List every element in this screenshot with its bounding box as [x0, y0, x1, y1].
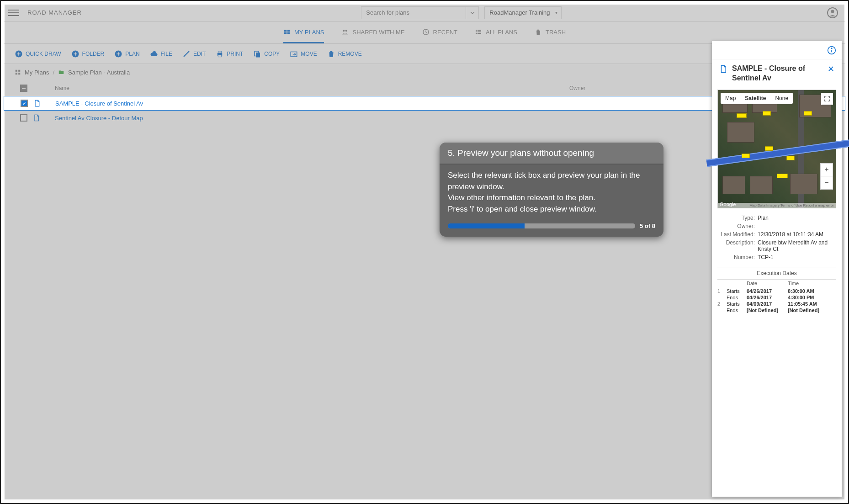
tutorial-callout: 5. Preview your plans without opening Se… — [440, 143, 663, 237]
all-plans-icon — [475, 28, 482, 36]
folder-button[interactable]: FOLDER — [71, 50, 105, 58]
my-plans-icon — [283, 28, 291, 36]
svg-rect-9 — [476, 30, 477, 31]
meta-label: Description: — [718, 239, 758, 252]
btn-label: QUICK DRAW — [26, 51, 61, 57]
map-type-toggle[interactable]: Map Satellite None — [721, 93, 793, 104]
map-preview[interactable]: Map Satellite None + − Google Map Data I… — [717, 90, 836, 208]
btn-label: EDIT — [193, 51, 206, 57]
execution-dates-header: Execution Dates — [717, 267, 836, 280]
shared-icon — [341, 28, 349, 36]
callout-line: Press 'i' to open and close preview wind… — [448, 204, 655, 215]
svg-point-31 — [831, 48, 832, 49]
tab-label: SHARED WITH ME — [352, 29, 404, 36]
preview-panel: SAMPLE - Closure of Sentinel Av ✕ Map Sa… — [712, 41, 842, 497]
search-dropdown-toggle[interactable] — [466, 6, 479, 19]
plan-doc-icon — [719, 65, 727, 73]
plan-button[interactable]: PLAN — [114, 50, 139, 58]
crumb-root[interactable]: My Plans — [25, 69, 49, 76]
btn-label: FILE — [161, 51, 172, 57]
callout-line: View other information relevant to the p… — [448, 192, 655, 204]
meta-label: Number: — [718, 254, 758, 260]
crumb-separator: / — [53, 69, 54, 76]
svg-point-1 — [831, 10, 834, 13]
tab-all-plans[interactable]: ALL PLANS — [475, 22, 517, 43]
tutorial-progress-bar — [448, 223, 635, 228]
btn-label: COPY — [264, 51, 280, 57]
exec-row: Ends04/26/20174:30:00 PM — [712, 294, 842, 301]
tab-my-plans[interactable]: MY PLANS — [283, 22, 324, 43]
meta-value: Closure btw Meredith Av and Kristy Ct — [758, 239, 835, 252]
menu-icon[interactable] — [8, 7, 19, 18]
exec-col-time: Time — [788, 281, 836, 286]
meta-value: Plan — [758, 215, 835, 221]
print-button[interactable]: PRINT — [216, 50, 243, 58]
svg-rect-5 — [287, 32, 290, 34]
svg-rect-10 — [478, 30, 481, 31]
nav-tabs: MY PLANS SHARED WITH ME RECENT ALL PLANS… — [4, 22, 845, 44]
file-button[interactable]: FILE — [150, 50, 172, 58]
org-label: RoadManager Training — [489, 9, 550, 16]
search-input[interactable] — [361, 6, 466, 19]
svg-rect-26 — [16, 73, 17, 74]
org-selector[interactable]: RoadManager Training — [484, 6, 561, 19]
remove-button[interactable]: REMOVE — [327, 50, 362, 58]
map-attribution: Map Data Imagery Terms of Use Report a m… — [718, 203, 836, 208]
plus-circle-icon — [114, 50, 122, 58]
tab-shared[interactable]: SHARED WITH ME — [341, 22, 404, 43]
svg-rect-13 — [476, 33, 477, 34]
plus-circle-icon — [71, 50, 80, 58]
meta-label: Last Modified: — [718, 231, 758, 238]
quick-draw-button[interactable]: QUICK DRAW — [15, 50, 61, 58]
exec-col-date: Date — [747, 281, 788, 286]
svg-rect-3 — [287, 30, 290, 32]
btn-label: REMOVE — [338, 51, 362, 57]
exec-row: 2Starts04/09/201711:05:45 AM — [712, 301, 842, 307]
brand-label: ROAD MANAGER — [27, 9, 82, 16]
col-header-owner[interactable]: Owner — [569, 85, 716, 91]
svg-rect-4 — [284, 32, 287, 34]
svg-point-7 — [345, 30, 347, 32]
map-tab-map[interactable]: Map — [721, 93, 740, 104]
close-icon[interactable]: ✕ — [828, 64, 834, 74]
col-header-name[interactable]: Name — [55, 85, 569, 91]
move-button[interactable]: MOVE — [290, 50, 317, 58]
edit-button[interactable]: EDIT — [182, 50, 206, 58]
select-all-checkbox[interactable] — [20, 85, 27, 92]
tutorial-progress-label: 5 of 8 — [640, 223, 655, 229]
svg-rect-24 — [16, 70, 17, 72]
move-folder-icon — [290, 50, 298, 58]
callout-line: Select the relevant tick box and preview… — [448, 170, 655, 192]
tab-trash[interactable]: TRASH — [535, 22, 566, 43]
fullscreen-icon[interactable] — [821, 93, 833, 105]
account-icon[interactable] — [827, 7, 838, 18]
svg-rect-27 — [18, 73, 20, 74]
svg-rect-2 — [284, 30, 287, 32]
map-tab-none[interactable]: None — [770, 93, 793, 104]
meta-value: TCP-1 — [758, 254, 835, 260]
preview-metadata: Type:Plan Owner: Last Modified:12/30/201… — [712, 212, 842, 265]
row-checkbox[interactable]: ✓ — [21, 100, 28, 107]
copy-button[interactable]: COPY — [253, 50, 280, 58]
meta-label: Owner: — [718, 223, 758, 229]
map-tab-satellite[interactable]: Satellite — [740, 93, 770, 104]
zoom-out-button[interactable]: − — [821, 176, 833, 189]
grid-icon — [15, 69, 21, 75]
tab-recent[interactable]: RECENT — [422, 22, 457, 43]
copy-icon — [253, 50, 261, 58]
row-checkbox[interactable] — [20, 114, 27, 122]
row-name[interactable]: SAMPLE - Closure of Sentinel Av — [55, 100, 569, 107]
meta-value: 12/30/2018 at 10:11:34 AM — [758, 231, 835, 238]
trash-icon — [535, 28, 542, 36]
info-icon[interactable] — [827, 46, 836, 55]
row-name[interactable]: Sentinel Av Closure - Detour Map — [55, 115, 569, 122]
tab-label: MY PLANS — [294, 29, 324, 36]
tab-label: TRASH — [546, 29, 566, 36]
upload-cloud-icon — [150, 50, 158, 58]
recent-icon — [422, 28, 430, 36]
zoom-in-button[interactable]: + — [821, 164, 833, 176]
svg-rect-20 — [218, 55, 222, 57]
pencil-icon — [182, 50, 191, 58]
svg-rect-25 — [18, 70, 20, 72]
callout-title: 5. Preview your plans without opening — [440, 143, 663, 164]
